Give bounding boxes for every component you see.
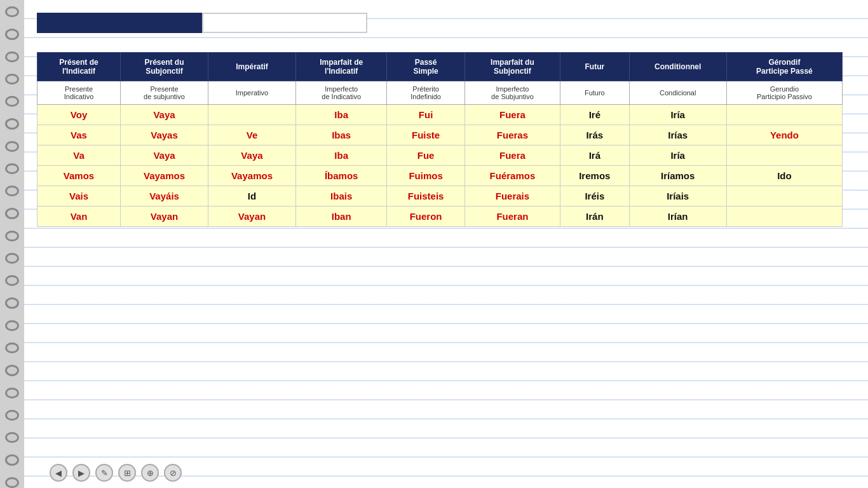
spiral-2 [5,29,19,39]
spiral-10 [5,208,19,219]
cell-imperfecto_subjuntivo-row2: Fuera [465,146,560,166]
cell-condicional-row0: Iría [629,105,726,125]
cell-imperfecto_indicativo-row3: Íbamos [295,166,386,186]
toolbar-forward-button[interactable]: ▶ [72,464,90,482]
cell-futuro-row5: Irán [560,207,629,227]
cell-imperfecto_indicativo-row2: Iba [295,146,386,166]
cell-preterito-row4: Fuisteis [387,186,465,207]
subtitle-preterito: PréteritoIndefinido [387,81,465,105]
cell-presente_subjuntivo-row0: Vaya [121,105,208,125]
toolbar-more-button[interactable]: ⊘ [164,464,182,482]
spiral-21 [5,454,19,465]
cell-condicional-row5: Irían [629,207,726,227]
toolbar-edit-button[interactable]: ✎ [95,464,113,482]
cell-imperfecto_subjuntivo-row4: Fuerais [465,186,560,207]
cell-presente_subjuntivo-row1: Vayas [121,125,208,146]
col-header-gerundio: GérondifParticipe Passé [726,53,842,81]
spiral-1 [5,6,19,17]
table-row: VanVayanVayanIbanFueronFueranIránIrían [37,207,843,227]
title-spanish [37,13,202,33]
cell-condicional-row3: Iríamos [629,166,726,186]
cell-futuro-row2: Irá [560,146,629,166]
cell-imperfecto_subjuntivo-row1: Fueras [465,125,560,146]
toolbar-zoom-button[interactable]: ⊕ [141,464,159,482]
spiral-binding [0,0,24,488]
cell-presente_subjuntivo-row3: Vayamos [121,166,208,186]
cell-preterito-row2: Fue [387,146,465,166]
conjugation-table: Présent del'Indicatif Présent duSubjonct… [37,52,843,227]
col-header-futuro: Futur [560,53,629,81]
cell-gerundio-row4 [726,186,842,207]
cell-imperfecto_indicativo-row5: Iban [295,207,386,227]
cell-imperfecto_indicativo-row0: Iba [295,105,386,125]
cell-preterito-row3: Fuimos [387,166,465,186]
spiral-17 [5,365,19,376]
subtitle-presente-subjuntivo: Presentede subjuntivo [121,81,208,105]
spiral-4 [5,74,19,85]
cell-imperativo-row3: Vayamos [208,166,296,186]
spiral-9 [5,186,19,196]
cell-presente_subjuntivo-row4: Vayáis [121,186,208,207]
cell-futuro-row4: Iréis [560,186,629,207]
table-row: VamosVayamosVayamosÍbamosFuimosFuéramosI… [37,166,843,186]
cell-presente_subjuntivo-row5: Vayan [121,207,208,227]
col-header-imperfecto-subjuntivo: Imparfait duSubjonctif [465,53,560,81]
table-row: VaisVayáisIdIbaisFuisteisFueraisIréisIrí… [37,186,843,207]
table-row: VoyVayaIbaFuiFueraIréIría [37,105,843,125]
cell-gerundio-row3: Ido [726,166,842,186]
spiral-18 [5,388,19,398]
cell-presente_indicativo-row2: Va [37,146,121,166]
spiral-5 [5,96,19,107]
table-row: VaVayaVayaIbaFueFueraIráIría [37,146,843,166]
cell-presente_indicativo-row0: Voy [37,105,121,125]
cell-presente_indicativo-row3: Vamos [37,166,121,186]
cell-preterito-row1: Fuiste [387,125,465,146]
cell-futuro-row0: Iré [560,105,629,125]
cell-gerundio-row5 [726,207,842,227]
cell-condicional-row4: Iríais [629,186,726,207]
col-header-presente-indicativo: Présent del'Indicatif [37,53,121,81]
cell-imperfecto_indicativo-row4: Ibais [295,186,386,207]
cell-presente_indicativo-row1: Vas [37,125,121,146]
cell-futuro-row1: Irás [560,125,629,146]
subtitle-gerundio: GerundioParticipio Passivo [726,81,842,105]
cell-presente_subjuntivo-row2: Vaya [121,146,208,166]
cell-imperfecto_subjuntivo-row5: Fueran [465,207,560,227]
col-header-condicional: Conditionnel [629,53,726,81]
spiral-14 [5,297,19,308]
spiral-3 [5,51,19,62]
notebook-page: Présent del'Indicatif Présent duSubjonct… [24,0,868,488]
subtitle-imperativo: Imperativo [208,81,296,105]
subtitle-imperfecto-subjuntivo: Imperfectode Subjuntivo [465,81,560,105]
cell-condicional-row2: Iría [629,146,726,166]
cell-imperativo-row4: Id [208,186,296,207]
cell-condicional-row1: Irías [629,125,726,146]
title-area [37,13,367,33]
cell-preterito-row5: Fueron [387,207,465,227]
bottom-toolbar: ◀ ▶ ✎ ⊞ ⊕ ⊘ [50,464,182,482]
col-header-preterito: PasséSimple [387,53,465,81]
spiral-6 [5,118,19,129]
subtitle-futuro: Futuro [560,81,629,105]
cell-imperativo-row2: Vaya [208,146,296,166]
cell-presente_indicativo-row4: Vais [37,186,121,207]
cell-gerundio-row1: Yendo [726,125,842,146]
spiral-13 [5,275,19,286]
spiral-19 [5,410,19,421]
cell-imperativo-row0 [208,105,296,125]
spiral-11 [5,231,19,241]
subtitle-row: PresenteIndicativo Presentede subjuntivo… [37,81,843,105]
spiral-7 [5,141,19,152]
toolbar-back-button[interactable]: ◀ [50,464,67,482]
spiral-12 [5,253,19,264]
spiral-15 [5,320,19,331]
cell-gerundio-row2 [726,146,842,166]
subtitle-condicional: Condicional [629,81,726,105]
table-row: VasVayasVeIbasFuisteFuerasIrásIríasYendo [37,125,843,146]
toolbar-grid-button[interactable]: ⊞ [118,464,136,482]
spiral-22 [5,477,19,488]
subtitle-imperfecto-indicativo: Imperfectode Indicativo [295,81,386,105]
title-french [202,13,367,33]
cell-imperativo-row5: Vayan [208,207,296,227]
cell-imperfecto_subjuntivo-row3: Fuéramos [465,166,560,186]
